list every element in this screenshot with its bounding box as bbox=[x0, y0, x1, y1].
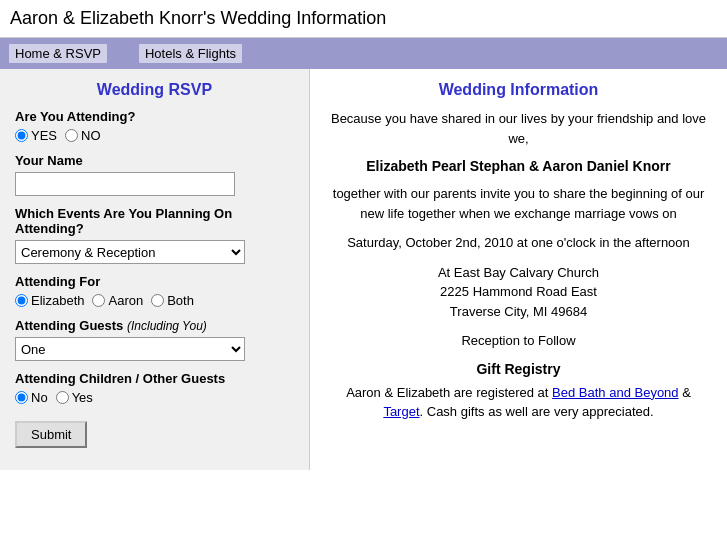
date-text: Saturday, October 2nd, 2010 at one o'clo… bbox=[330, 233, 707, 253]
guests-group: Attending Guests (Including You) OneTwoT… bbox=[15, 318, 294, 361]
nav-hotels-flights[interactable]: Hotels & Flights bbox=[138, 43, 243, 64]
children-no-radio[interactable] bbox=[15, 391, 28, 404]
submit-button[interactable]: Submit bbox=[15, 421, 87, 448]
nav-home-rsvp[interactable]: Home & RSVP bbox=[8, 43, 108, 64]
reception-note: Reception to Follow bbox=[330, 331, 707, 351]
both-option[interactable]: Both bbox=[151, 293, 194, 308]
children-group: Attending Children / Other Guests No Yes bbox=[15, 371, 294, 405]
both-label: Both bbox=[167, 293, 194, 308]
elizabeth-option[interactable]: Elizabeth bbox=[15, 293, 84, 308]
gift-text: Aaron & Elizabeth are registered at Bed … bbox=[330, 383, 707, 422]
name-label: Your Name bbox=[15, 153, 294, 168]
right-panel: Wedding Information Because you have sha… bbox=[310, 69, 727, 470]
yes-radio[interactable] bbox=[15, 129, 28, 142]
nav-bar: Home & RSVP Hotels & Flights bbox=[0, 38, 727, 69]
no-label: NO bbox=[81, 128, 101, 143]
aaron-label: Aaron bbox=[108, 293, 143, 308]
couple-names: Elizabeth Pearl Stephan & Aaron Daniel K… bbox=[330, 158, 707, 174]
elizabeth-label: Elizabeth bbox=[31, 293, 84, 308]
body1-text: together with our parents invite you to … bbox=[330, 184, 707, 223]
bed-bath-link[interactable]: Bed Bath and Beyond bbox=[552, 385, 679, 400]
page-title: Aaron & Elizabeth Knorr's Wedding Inform… bbox=[0, 0, 727, 38]
children-yes-label: Yes bbox=[72, 390, 93, 405]
events-select[interactable]: Ceremony & ReceptionCeremony OnlyRecepti… bbox=[15, 240, 245, 264]
name-input[interactable] bbox=[15, 172, 235, 196]
main-content: Wedding RSVP Are You Attending? YES NO Y… bbox=[0, 69, 727, 470]
yes-label: YES bbox=[31, 128, 57, 143]
no-radio[interactable] bbox=[65, 129, 78, 142]
guests-select[interactable]: OneTwoThreeFourFiveSix bbox=[15, 337, 245, 361]
info-panel-title: Wedding Information bbox=[330, 81, 707, 99]
intro-text: Because you have shared in our lives by … bbox=[330, 109, 707, 148]
events-group: Which Events Are You Planning On Attendi… bbox=[15, 206, 294, 264]
attending-radio-group: YES NO bbox=[15, 128, 294, 143]
attending-for-label: Attending For bbox=[15, 274, 294, 289]
attending-label: Are You Attending? bbox=[15, 109, 294, 124]
aaron-radio[interactable] bbox=[92, 294, 105, 307]
elizabeth-radio[interactable] bbox=[15, 294, 28, 307]
attending-group: Are You Attending? YES NO bbox=[15, 109, 294, 143]
target-link[interactable]: Target bbox=[383, 404, 419, 419]
venue-text: At East Bay Calvary Church 2225 Hammond … bbox=[330, 263, 707, 322]
left-panel: Wedding RSVP Are You Attending? YES NO Y… bbox=[0, 69, 310, 470]
children-no-option[interactable]: No bbox=[15, 390, 48, 405]
aaron-option[interactable]: Aaron bbox=[92, 293, 143, 308]
guests-note: (Including You) bbox=[127, 319, 207, 333]
children-label: Attending Children / Other Guests bbox=[15, 371, 294, 386]
attending-for-group: Attending For Elizabeth Aaron Both bbox=[15, 274, 294, 308]
gift-title: Gift Registry bbox=[330, 361, 707, 377]
name-group: Your Name bbox=[15, 153, 294, 196]
yes-option[interactable]: YES bbox=[15, 128, 57, 143]
attending-for-radio-group: Elizabeth Aaron Both bbox=[15, 293, 294, 308]
rsvp-panel-title: Wedding RSVP bbox=[15, 81, 294, 99]
guests-label: Attending Guests (Including You) bbox=[15, 318, 294, 333]
children-radio-group: No Yes bbox=[15, 390, 294, 405]
both-radio[interactable] bbox=[151, 294, 164, 307]
submit-group: Submit bbox=[15, 415, 294, 448]
children-yes-option[interactable]: Yes bbox=[56, 390, 93, 405]
children-yes-radio[interactable] bbox=[56, 391, 69, 404]
children-no-label: No bbox=[31, 390, 48, 405]
events-label: Which Events Are You Planning On Attendi… bbox=[15, 206, 294, 236]
no-option[interactable]: NO bbox=[65, 128, 101, 143]
